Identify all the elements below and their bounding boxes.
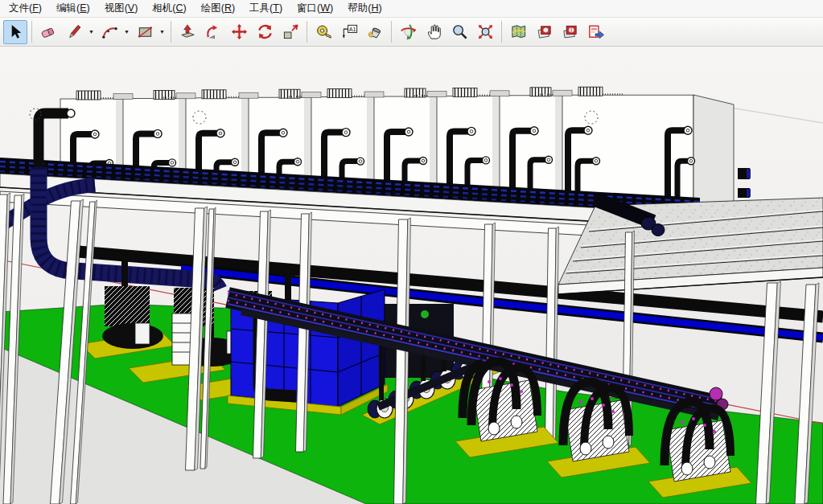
toolbar-separator <box>171 21 171 43</box>
flange <box>294 158 302 166</box>
rack-end-cap <box>710 387 722 400</box>
toolbar-separator <box>31 21 32 43</box>
menu-item-v[interactable]: 视图(V) <box>97 0 146 17</box>
line-tool-dropdown-arrow[interactable]: ▼ <box>87 20 96 44</box>
roof-connector <box>427 91 446 96</box>
follow-me-tool[interactable] <box>201 20 225 44</box>
scale-tool[interactable] <box>278 20 302 44</box>
orbit-tool[interactable] <box>396 20 420 44</box>
scene-canvas <box>0 47 823 504</box>
menu-item-e[interactable]: 编辑(E) <box>49 0 97 17</box>
menu-item-r[interactable]: 绘图(R) <box>194 0 242 17</box>
pan-tool[interactable] <box>422 20 446 44</box>
dimension-text-tool[interactable]: A1 <box>337 20 361 44</box>
flange <box>357 158 364 165</box>
unit-vent <box>76 91 101 100</box>
menu-item-t[interactable]: 工具(T) <box>242 0 290 17</box>
scale-tool-icon <box>282 23 300 41</box>
viewport-3d[interactable] <box>0 47 823 504</box>
magenta-accent <box>520 390 523 393</box>
rectangle-tool-dropdown-arrow[interactable]: ▼ <box>158 20 167 44</box>
pipe-end <box>652 224 665 236</box>
share-model-tool-icon <box>561 23 579 41</box>
move-tool[interactable] <box>227 20 251 44</box>
unit-vent <box>202 90 226 99</box>
rotate-tool[interactable] <box>253 20 277 44</box>
menu-item-c[interactable]: 相机(C) <box>145 0 193 17</box>
roof-connector <box>553 90 572 96</box>
toolbar-separator <box>307 21 307 43</box>
rectangle-tool[interactable] <box>133 20 157 44</box>
magenta-accent <box>692 417 695 420</box>
roof-connector <box>113 93 133 99</box>
roof-connector <box>176 93 195 99</box>
magenta-accent <box>499 377 502 380</box>
unit-vent <box>453 88 477 96</box>
push-pull-tool[interactable] <box>175 20 200 44</box>
arc-tool[interactable] <box>97 20 121 44</box>
flange <box>342 129 350 137</box>
magenta-accent <box>591 397 594 400</box>
toolbar-separator <box>391 21 392 43</box>
roof-connector <box>490 91 509 96</box>
roof-connector <box>302 92 321 98</box>
zoom-extents-tool[interactable] <box>473 20 497 44</box>
flange <box>405 128 413 136</box>
follow-me-tool-icon <box>204 23 223 41</box>
arc-tool-icon <box>101 23 119 41</box>
menu-item-w[interactable]: 窗口(W) <box>290 0 340 17</box>
menu-item-f[interactable]: 文件(F) <box>2 0 49 17</box>
line-tool[interactable] <box>62 20 86 44</box>
roof-connector <box>364 92 384 97</box>
chiller-body <box>565 400 629 461</box>
flange <box>232 158 239 166</box>
paint-bucket-tool[interactable] <box>363 20 387 44</box>
flange <box>684 126 692 134</box>
valve-handle <box>421 310 430 319</box>
magenta-accent <box>602 404 605 407</box>
magenta-accent <box>713 430 716 433</box>
svg-text:A1: A1 <box>348 27 356 33</box>
menu-item-h[interactable]: 帮助(H) <box>340 0 389 17</box>
export-model-tool[interactable] <box>583 20 607 44</box>
rectangle-tool-icon <box>136 23 154 41</box>
menu-bar: 文件(F)编辑(E)视图(V)相机(C)绘图(R)工具(T)窗口(W)帮助(H) <box>0 0 823 18</box>
unit-vent <box>327 89 352 98</box>
flange <box>91 130 99 138</box>
flange <box>169 159 176 166</box>
flange <box>688 158 695 165</box>
share-model-tool[interactable] <box>558 20 582 44</box>
eraser-tool-icon <box>39 23 58 41</box>
rotate-tool-icon <box>256 23 274 41</box>
pan-tool-icon <box>425 23 443 41</box>
zoom-tool-icon <box>451 23 469 41</box>
flange <box>530 127 538 135</box>
select-tool-active[interactable] <box>3 20 27 44</box>
chiller-body <box>473 380 537 441</box>
tape-measure-tool[interactable] <box>311 20 335 44</box>
flange <box>216 129 224 137</box>
select-tool-icon <box>6 23 25 41</box>
zoom-extents-tool-icon <box>476 23 495 41</box>
flange <box>584 126 592 134</box>
unit-vent <box>578 87 603 96</box>
arc-tool-dropdown-arrow[interactable]: ▼ <box>122 20 131 44</box>
chiller-body <box>666 420 730 481</box>
toolbar: ▼▼▼A1 <box>0 18 823 47</box>
flange <box>420 158 427 165</box>
flange <box>154 129 162 137</box>
flange <box>67 109 75 117</box>
zoom-tool[interactable] <box>447 20 471 44</box>
unit-side-face <box>693 95 734 215</box>
export-model-tool-icon <box>586 23 605 41</box>
push-pull-tool-icon <box>179 23 197 41</box>
line-tool-icon <box>65 23 84 41</box>
magenta-accent <box>579 400 582 404</box>
flange <box>545 156 553 163</box>
get-models-tool[interactable] <box>532 20 556 44</box>
move-tool-icon <box>230 23 249 41</box>
add-location-tool[interactable] <box>506 20 530 44</box>
paint-bucket-tool-icon <box>366 23 385 41</box>
add-location-tool-icon <box>509 23 528 41</box>
eraser-tool[interactable] <box>36 20 60 44</box>
